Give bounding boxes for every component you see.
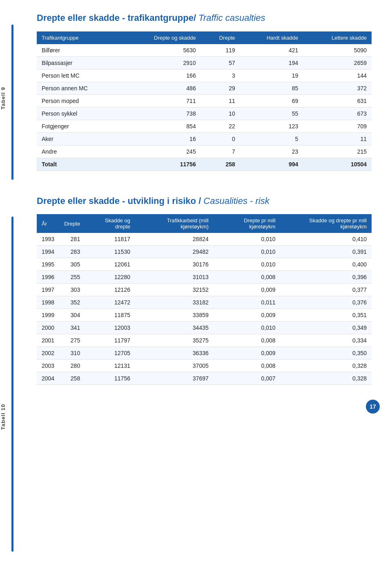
table-cell: 29482 xyxy=(135,246,214,258)
table-cell: 11797 xyxy=(85,334,135,347)
left-bar-2 xyxy=(11,217,13,552)
table-cell: 33859 xyxy=(135,309,214,322)
table-cell: 28824 xyxy=(135,233,214,246)
table-cell: Person sykkel xyxy=(37,107,122,120)
table-cell: Aker xyxy=(37,132,122,145)
table-cell: 341 xyxy=(59,322,85,334)
table-cell: 0,400 xyxy=(281,258,372,271)
col-header-trafikantgruppe: Trafikantgruppe xyxy=(37,31,122,44)
section-table10: Drepte eller skadde - utvikling i risiko… xyxy=(37,195,372,385)
table-cell: 35275 xyxy=(135,334,214,347)
table-cell: 166 xyxy=(122,69,201,82)
table-row: 199328111817288240,0100,410 xyxy=(37,233,372,246)
table-cell: 0,010 xyxy=(214,233,281,246)
table-cell: 1999 xyxy=(37,309,59,322)
col-header-year: År xyxy=(37,214,59,233)
table-row: Andre245723215 xyxy=(37,145,372,158)
table-cell: Person moped xyxy=(37,94,122,107)
table-cell: 258 xyxy=(59,372,85,385)
totalt-row: Totalt1175625899410504 xyxy=(37,158,372,170)
col-header-trafikkarbeid: Trafikkarbeid (mill kjøretøykm) xyxy=(135,214,214,233)
table-cell: 0,009 xyxy=(214,347,281,360)
col-header-skadde-drepte-pr-mill: Skadde og drepte pr mill kjøretøykm xyxy=(281,214,372,233)
table-cell: 85 xyxy=(240,82,303,94)
table-cell: 0,008 xyxy=(214,271,281,284)
table-row: 200034112003344350,0100,349 xyxy=(37,322,372,334)
table-cell: 0,009 xyxy=(214,309,281,322)
table-row: 200231012705363360,0090,350 xyxy=(37,347,372,360)
table-cell: 631 xyxy=(303,94,372,107)
table-cell: 2004 xyxy=(37,372,59,385)
table-cell: 0,349 xyxy=(281,322,372,334)
table-cell: 0,010 xyxy=(214,322,281,334)
table-cell: 1998 xyxy=(37,296,59,309)
table-row: 199428311530294820,0100,391 xyxy=(37,246,372,258)
table-cell: 22 xyxy=(201,120,240,132)
table-row: 199730312126321520,0090,377 xyxy=(37,284,372,296)
total-cell: Totalt xyxy=(37,158,122,170)
sidebar-label-table10: Tabell 10 xyxy=(0,335,6,499)
table-cell: 123 xyxy=(240,120,303,132)
col-header-drepte-og-skadde: Drepte og skadde xyxy=(122,31,201,44)
table-cell: 23 xyxy=(240,145,303,158)
table-cell: 255 xyxy=(59,271,85,284)
table-cell: 0,010 xyxy=(214,258,281,271)
table-cell: Person lett MC xyxy=(37,69,122,82)
table-cell: 119 xyxy=(201,44,240,57)
table-cell: 283 xyxy=(59,246,85,258)
table-cell: 11875 xyxy=(85,309,135,322)
table-cell: 12061 xyxy=(85,258,135,271)
table-row: Aker160511 xyxy=(37,132,372,145)
table-row: 200425811756376970,0070,328 xyxy=(37,372,372,385)
table-cell: 215 xyxy=(303,145,372,158)
table-cell: Bilpassasjer xyxy=(37,56,122,69)
table-cell: 1993 xyxy=(37,233,59,246)
table-cell: 0,350 xyxy=(281,347,372,360)
table-cell: 11530 xyxy=(85,246,135,258)
total-cell: 11756 xyxy=(122,158,201,170)
table-cell: 12472 xyxy=(85,296,135,309)
table-cell: 2910 xyxy=(122,56,201,69)
table-cell: 421 xyxy=(240,44,303,57)
table-cell: 0,351 xyxy=(281,309,372,322)
table-cell: 854 xyxy=(122,120,201,132)
table-cell: 305 xyxy=(59,258,85,271)
table-cell: 12705 xyxy=(85,347,135,360)
table-cell: 10 xyxy=(201,107,240,120)
table-cell: Fotgjenger xyxy=(37,120,122,132)
table10: År Drepte Skadde og drepte Trafikkarbeid… xyxy=(37,214,372,385)
page-number: 17 xyxy=(366,400,380,414)
table-row: Person sykkel7381055673 xyxy=(37,107,372,120)
table-cell: 2001 xyxy=(37,334,59,347)
table-cell: Bilfører xyxy=(37,44,122,57)
table-row: Person moped7111169631 xyxy=(37,94,372,107)
table-cell: 0,007 xyxy=(214,372,281,385)
table-cell: 486 xyxy=(122,82,201,94)
table-row: 199625512280310130,0080,396 xyxy=(37,271,372,284)
table-cell: 275 xyxy=(59,334,85,347)
table-cell: 194 xyxy=(240,56,303,69)
table-cell: 11817 xyxy=(85,233,135,246)
table-cell: 144 xyxy=(303,69,372,82)
table-cell: 69 xyxy=(240,94,303,107)
table-cell: 37005 xyxy=(135,360,214,372)
table-cell: 5 xyxy=(240,132,303,145)
table-cell: 37697 xyxy=(135,372,214,385)
table-row: 199530512061301760,0100,400 xyxy=(37,258,372,271)
table-cell: 1994 xyxy=(37,246,59,258)
table-row: Fotgjenger85422123709 xyxy=(37,120,372,132)
table-cell: 0,010 xyxy=(214,246,281,258)
table-cell: 29 xyxy=(201,82,240,94)
table-cell: 5630 xyxy=(122,44,201,57)
table-cell: 0,009 xyxy=(214,284,281,296)
table-cell: 304 xyxy=(59,309,85,322)
table-cell: 2002 xyxy=(37,347,59,360)
table-cell: Andre xyxy=(37,145,122,158)
table-cell: 34435 xyxy=(135,322,214,334)
col-header-lettere-skadde: Lettere skadde xyxy=(303,31,372,44)
table-cell: 303 xyxy=(59,284,85,296)
table9: Trafikantgruppe Drepte og skadde Drepte … xyxy=(37,31,372,171)
table-cell: 0,334 xyxy=(281,334,372,347)
section-title-table9: Drepte eller skadde - trafikantgruppe/ T… xyxy=(37,12,372,24)
col-header-drepte: Drepte xyxy=(201,31,240,44)
